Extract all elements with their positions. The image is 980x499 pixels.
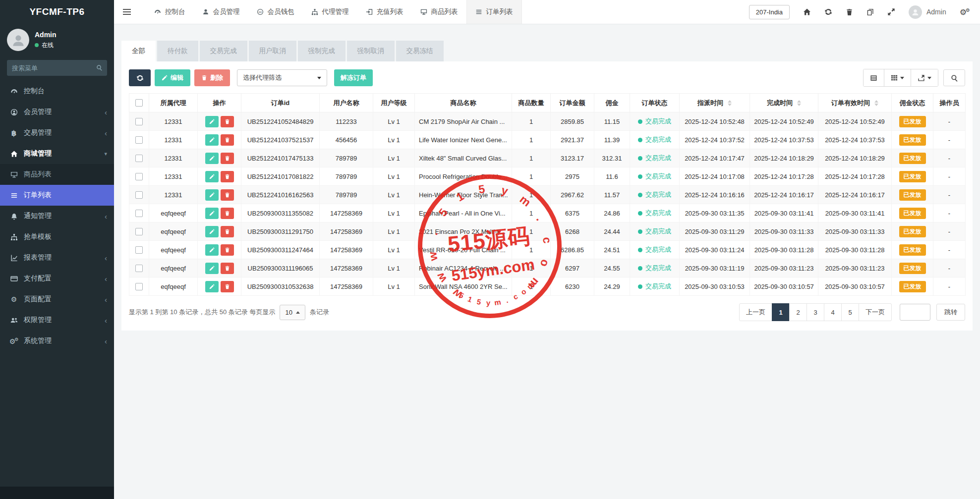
row-edit-button[interactable] <box>205 281 219 292</box>
row-checkbox[interactable] <box>135 118 143 125</box>
columns-button[interactable] <box>884 69 911 86</box>
settings-gears-icon[interactable]: ⚙⚙ <box>960 7 970 17</box>
select-all-checkbox[interactable] <box>129 94 149 112</box>
sitemap-icon <box>9 233 19 241</box>
sidebar-item-report[interactable]: 报表管理‹ <box>0 247 114 268</box>
pagination-next[interactable]: 下一页 <box>859 303 892 321</box>
row-edit-button[interactable] <box>205 171 219 182</box>
sidebar-item-goods-list[interactable]: 商品列表 <box>0 164 114 185</box>
pagination-page-1[interactable]: 1 <box>772 303 790 321</box>
row-checkbox[interactable] <box>135 228 143 235</box>
sidebar-item-members[interactable]: 会员管理‹ <box>0 102 114 122</box>
hamburger-menu-icon[interactable] <box>114 0 140 24</box>
pagination-page-4[interactable]: 4 <box>824 303 842 321</box>
topnav-item-dashboard[interactable]: 控制台 <box>146 0 194 24</box>
sidebar-item-permission[interactable]: 权限管理‹ <box>0 310 114 331</box>
sidebar-item-grab-template[interactable]: 抢单模板 <box>0 226 114 247</box>
sidebar-item-system[interactable]: ⚙⚙系统管理‹ <box>0 331 114 351</box>
sidebar-item-trade[interactable]: ฿交易管理‹ <box>0 122 114 143</box>
toggle-view-button[interactable] <box>864 69 884 86</box>
export-button[interactable] <box>911 69 938 86</box>
row-checkbox[interactable] <box>135 173 143 180</box>
topnav-item-agents[interactable]: 代理管理 <box>303 0 357 24</box>
row-edit-button[interactable] <box>205 226 219 237</box>
row-checkbox[interactable] <box>135 191 143 199</box>
row-delete-button[interactable] <box>221 208 234 219</box>
sidebar-item-page-config[interactable]: ⚙页面配置‹ <box>0 289 114 310</box>
sort-icon[interactable] <box>874 100 878 106</box>
search-icon[interactable] <box>96 64 103 71</box>
sidebar-search-input[interactable] <box>7 60 107 76</box>
row-checkbox[interactable] <box>135 265 143 272</box>
topnav-item-recharge-list[interactable]: 充值列表 <box>357 0 412 24</box>
topnav-item-goods-list[interactable]: 商品列表 <box>412 0 466 24</box>
row-checkbox[interactable] <box>135 246 143 254</box>
sidebar-item-order-list[interactable]: 订单列表 <box>0 185 114 206</box>
page-size-select[interactable]: 10 <box>280 305 305 320</box>
row-delete-button[interactable] <box>221 134 234 146</box>
row-delete-button[interactable] <box>221 153 234 164</box>
row-edit-button[interactable] <box>205 134 219 146</box>
trash-icon[interactable] <box>846 8 853 16</box>
edit-button[interactable]: 编辑 <box>155 69 190 86</box>
admin-menu[interactable]: Admin <box>909 5 946 19</box>
sidebar-item-notice[interactable]: 通知管理‹ <box>0 206 114 226</box>
column-header[interactable]: 完成时间 <box>750 94 818 112</box>
cell-complete-time: 2025-09-30 03:11:41 <box>750 204 818 222</box>
cell-complete-time: 2025-09-30 03:11:23 <box>750 259 818 277</box>
topnav-item-member-wallet[interactable]: 会员钱包 <box>248 0 303 24</box>
row-checkbox[interactable] <box>135 210 143 217</box>
column-header[interactable]: 指派时间 <box>680 94 750 112</box>
refresh-icon[interactable] <box>824 8 832 16</box>
sort-icon[interactable] <box>728 100 732 106</box>
refresh-button[interactable] <box>129 69 151 86</box>
tab-all[interactable]: 全部 <box>121 41 156 61</box>
topnav-item-order-list[interactable]: 订单列表 <box>466 0 522 24</box>
pagination-page-3[interactable]: 3 <box>807 303 824 321</box>
page-jump-button[interactable]: 跳转 <box>936 304 965 321</box>
checkbox[interactable] <box>135 99 143 107</box>
row-checkbox[interactable] <box>135 155 143 162</box>
pagination-page-2[interactable]: 2 <box>789 303 807 321</box>
row-delete-button[interactable] <box>221 226 234 237</box>
unfreeze-order-button[interactable]: 解冻订单 <box>334 69 373 86</box>
sort-icon[interactable] <box>797 100 801 106</box>
page-jump-input[interactable] <box>900 304 930 321</box>
row-edit-button[interactable] <box>205 244 219 256</box>
row-delete-button[interactable] <box>221 171 234 182</box>
pagination-page-5[interactable]: 5 <box>841 303 859 321</box>
row-edit-button[interactable] <box>205 263 219 274</box>
row-delete-button[interactable] <box>221 189 234 201</box>
delete-button[interactable]: 删除 <box>194 69 230 86</box>
sidebar-item-payment-config[interactable]: 支付配置‹ <box>0 268 114 289</box>
table-search-button[interactable] <box>943 69 965 86</box>
sidebar-item-dashboard[interactable]: 控制台 <box>0 81 114 102</box>
home-icon[interactable] <box>803 8 811 16</box>
row-edit-button[interactable] <box>205 153 219 164</box>
row-edit-button[interactable] <box>205 208 219 219</box>
pagination-prev[interactable]: 上一页 <box>739 303 772 321</box>
fullscreen-icon[interactable] <box>887 8 895 16</box>
cell-actions <box>198 204 241 222</box>
column-header[interactable]: 订单有效时间 <box>818 94 892 112</box>
tab-user-cancel[interactable]: 用户取消 <box>249 41 296 61</box>
tab-completed[interactable]: 交易完成 <box>200 41 247 61</box>
row-delete-button[interactable] <box>221 281 234 292</box>
topnav-item-members[interactable]: 会员管理 <box>194 0 248 24</box>
row-delete-button[interactable] <box>221 263 234 274</box>
tab-force-complete[interactable]: 强制完成 <box>298 41 346 61</box>
row-delete-button[interactable] <box>221 116 234 127</box>
sidebar-item-mall[interactable]: 商城管理▾ <box>0 143 114 164</box>
tab-pending-pay[interactable]: 待付款 <box>157 41 198 61</box>
row-edit-button[interactable] <box>205 189 219 201</box>
agent-filter-select[interactable]: 选择代理筛选 <box>237 69 327 86</box>
row-edit-button[interactable] <box>205 116 219 127</box>
region-selector[interactable]: 207-India <box>749 5 790 19</box>
copy-icon[interactable] <box>866 8 874 16</box>
tab-force-cancel[interactable]: 强制取消 <box>347 41 395 61</box>
row-delete-button[interactable] <box>221 244 234 256</box>
row-checkbox[interactable] <box>135 136 143 144</box>
row-checkbox[interactable] <box>135 283 143 290</box>
tab-frozen[interactable]: 交易冻结 <box>396 41 444 61</box>
status-badge: 已发放 <box>899 226 926 237</box>
